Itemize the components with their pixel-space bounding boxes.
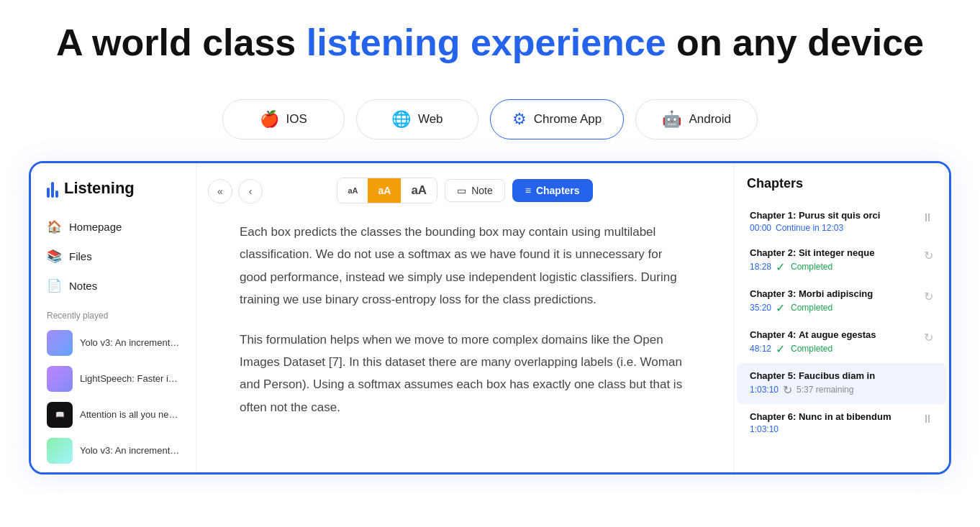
sidebar-item-homepage[interactable]: 🏠 Homepage bbox=[38, 212, 189, 242]
recent-thumb-4 bbox=[47, 438, 73, 464]
sidebar-item-notes[interactable]: 📄 Notes bbox=[38, 271, 189, 301]
chapter-6-time: 1:03:10 bbox=[750, 424, 779, 434]
reading-area[interactable]: Each box predicts the classes the boundi… bbox=[196, 214, 733, 472]
chapter-5-status: 5:37 remaining bbox=[797, 385, 853, 395]
sidebar-controls: « ‹ bbox=[196, 179, 263, 203]
recent-item-2[interactable]: LightSpeech: Faster inf... bbox=[31, 361, 196, 397]
chapters-panel: Chapters Chapter 1: Purus sit quis orci … bbox=[733, 163, 949, 472]
note-icon: ▭ bbox=[457, 185, 466, 196]
chapter-1-meta: 00:00 Continue in 12:03 bbox=[750, 223, 880, 233]
chapters-label: Chapters bbox=[536, 185, 580, 196]
recent-title-2: LightSpeech: Faster inf... bbox=[80, 373, 180, 384]
reading-paragraph-2: This formulation helps when we move to m… bbox=[240, 329, 690, 419]
chapter-item-5[interactable]: Chapter 5: Faucibus diam in 1:03:10 ↻ 5:… bbox=[737, 363, 946, 404]
chapter-5-name: Chapter 5: Faucibus diam in bbox=[750, 370, 875, 381]
chapter-item-6[interactable]: Chapter 6: Nunc in at bibendum 1:03:10 ⏸ bbox=[737, 404, 946, 441]
chapter-3-info: Chapter 3: Morbi adipiscing 35:20 ✓ Comp… bbox=[750, 288, 873, 315]
chapter-3-meta: 35:20 ✓ Completed bbox=[750, 301, 873, 315]
chapter-2-time: 18:28 bbox=[750, 262, 771, 272]
app-frame-wrapper: Listening 🏠 Homepage 📚 Files 📄 Notes Rec… bbox=[29, 161, 951, 475]
sidebar-nav: 🏠 Homepage 📚 Files 📄 Notes bbox=[31, 212, 196, 301]
chapter-3-action-icon: ↻ bbox=[924, 288, 933, 303]
font-large-button[interactable]: aA bbox=[401, 178, 437, 203]
chapter-1-status: Continue in 12:03 bbox=[776, 223, 843, 233]
platform-chrome-label: Chrome App bbox=[534, 112, 602, 127]
web-icon: 🌐 bbox=[391, 110, 411, 129]
chapter-1-name: Chapter 1: Purus sit quis orci bbox=[750, 210, 880, 221]
recent-thumb-3: 📖 bbox=[47, 402, 73, 428]
sidebar-logo: Listening bbox=[31, 179, 196, 212]
font-medium-button[interactable]: aA bbox=[368, 178, 401, 203]
note-button[interactable]: ▭ Note bbox=[445, 179, 505, 202]
chapter-5-info: Chapter 5: Faucibus diam in 1:03:10 ↻ 5:… bbox=[750, 370, 875, 397]
font-size-group: aA aA aA bbox=[337, 178, 437, 203]
chapter-item-2[interactable]: Chapter 2: Sit integer neque 18:28 ✓ Com… bbox=[737, 240, 946, 281]
spinner-icon-5: ↻ bbox=[783, 383, 792, 397]
hero-title-part2: on any device bbox=[666, 22, 924, 63]
collapse-sidebar-button[interactable]: « bbox=[208, 179, 232, 203]
chapter-item-4[interactable]: Chapter 4: At augue egestas 48:12 ✓ Comp… bbox=[737, 322, 946, 363]
platform-android[interactable]: 🤖 Android bbox=[635, 99, 758, 139]
chapters-button[interactable]: ≡ Chapters bbox=[512, 179, 593, 202]
toolbar: aA aA aA ▭ Note ≡ Chapters bbox=[196, 163, 733, 214]
sidebar: Listening 🏠 Homepage 📚 Files 📄 Notes Rec… bbox=[31, 163, 196, 472]
platform-android-label: Android bbox=[689, 112, 731, 127]
chapter-1-action-icon: ⏸ bbox=[922, 210, 933, 224]
chapter-4-time: 48:12 bbox=[750, 344, 771, 354]
hero-title-part1: A world class bbox=[56, 22, 307, 63]
note-label: Note bbox=[471, 185, 493, 196]
chapter-2-status: Completed bbox=[791, 262, 832, 272]
platform-ios[interactable]: 🍎 IOS bbox=[222, 99, 345, 139]
sidebar-item-notes-label: Notes bbox=[69, 280, 97, 292]
logo-text: Listening bbox=[64, 179, 135, 198]
chapters-panel-title: Chapters bbox=[734, 176, 949, 203]
logo-bar-1 bbox=[47, 188, 50, 198]
recent-item-3[interactable]: 📖 Attention is all you need... bbox=[31, 397, 196, 433]
recent-title-4: Yolo v3: An incremental... bbox=[80, 445, 180, 456]
chapter-5-meta: 1:03:10 ↻ 5:37 remaining bbox=[750, 383, 875, 397]
sidebar-item-files-label: Files bbox=[69, 250, 92, 262]
check-icon-2: ✓ bbox=[776, 260, 785, 274]
recent-thumb-2 bbox=[47, 366, 73, 392]
home-icon: 🏠 bbox=[47, 219, 62, 234]
chapter-4-status: Completed bbox=[791, 344, 832, 354]
platform-web[interactable]: 🌐 Web bbox=[356, 99, 478, 139]
chapter-5-time: 1:03:10 bbox=[750, 385, 779, 395]
chapter-4-action-icon: ↻ bbox=[924, 329, 933, 344]
platform-ios-label: IOS bbox=[286, 112, 307, 127]
hero-section: A world class listening experience on an… bbox=[0, 0, 980, 79]
chapter-3-time: 35:20 bbox=[750, 303, 771, 313]
platform-web-label: Web bbox=[418, 112, 443, 127]
chapter-4-name: Chapter 4: At augue egestas bbox=[750, 329, 876, 340]
sidebar-item-homepage-label: Homepage bbox=[69, 221, 122, 233]
files-icon: 📚 bbox=[47, 249, 62, 264]
sidebar-item-files[interactable]: 📚 Files bbox=[38, 242, 189, 271]
chapter-item-3[interactable]: Chapter 3: Morbi adipiscing 35:20 ✓ Comp… bbox=[737, 281, 946, 322]
recent-item-4[interactable]: Yolo v3: An incremental... bbox=[31, 433, 196, 469]
chapter-2-info: Chapter 2: Sit integer neque 18:28 ✓ Com… bbox=[750, 247, 874, 274]
back-button[interactable]: ‹ bbox=[238, 179, 263, 203]
chapter-4-meta: 48:12 ✓ Completed bbox=[750, 342, 876, 356]
chapter-6-meta: 1:03:10 bbox=[750, 424, 891, 434]
logo-bar-2 bbox=[51, 182, 54, 198]
logo-icon bbox=[47, 179, 58, 198]
chapters-icon: ≡ bbox=[525, 185, 531, 196]
chapter-2-name: Chapter 2: Sit integer neque bbox=[750, 247, 874, 258]
recent-thumb-1 bbox=[47, 330, 73, 356]
main-content: aA aA aA ▭ Note ≡ Chapters Each box pred… bbox=[196, 163, 733, 472]
chapter-1-info: Chapter 1: Purus sit quis orci 00:00 Con… bbox=[750, 210, 880, 233]
chapter-2-meta: 18:28 ✓ Completed bbox=[750, 260, 874, 274]
app-frame: Listening 🏠 Homepage 📚 Files 📄 Notes Rec… bbox=[31, 163, 949, 472]
chapter-2-action-icon: ↻ bbox=[924, 247, 933, 262]
chapter-item-1[interactable]: Chapter 1: Purus sit quis orci 00:00 Con… bbox=[737, 203, 946, 240]
chapter-3-name: Chapter 3: Morbi adipiscing bbox=[750, 288, 873, 299]
platform-chrome[interactable]: ⚙ Chrome App bbox=[490, 99, 625, 139]
apple-icon: 🍎 bbox=[260, 110, 279, 129]
android-icon: 🤖 bbox=[662, 110, 681, 129]
recent-item-1[interactable]: Yolo v3: An incremental... bbox=[31, 325, 196, 361]
chrome-icon: ⚙ bbox=[512, 110, 527, 129]
chapter-6-action-icon: ⏸ bbox=[922, 411, 933, 426]
chapter-6-info: Chapter 6: Nunc in at bibendum 1:03:10 bbox=[750, 411, 891, 434]
font-small-button[interactable]: aA bbox=[337, 178, 368, 203]
chapter-1-time: 00:00 bbox=[750, 223, 771, 233]
